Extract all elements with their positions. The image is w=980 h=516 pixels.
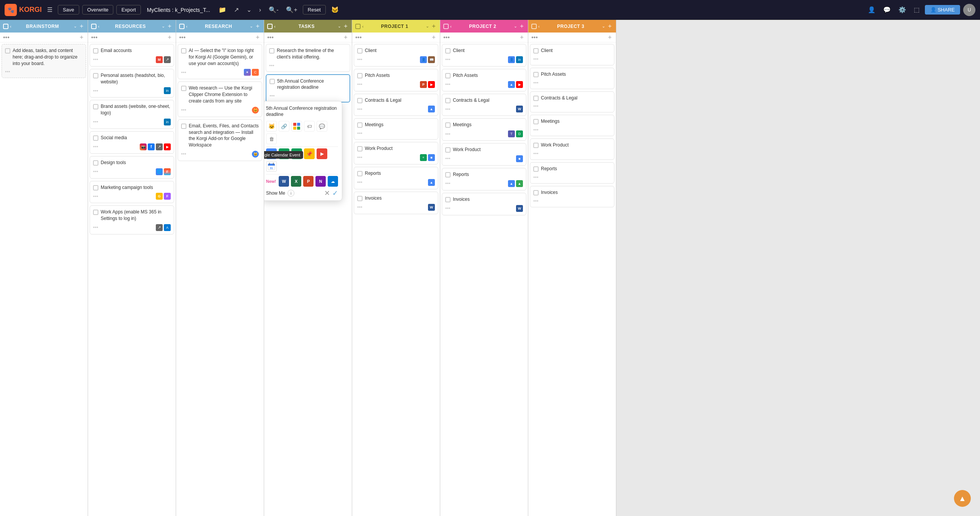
save-button[interactable]: Save [58,5,79,15]
col-add-p2[interactable]: ＋ [519,22,525,30]
card-checkbox[interactable] [357,196,363,201]
card-p1-reports[interactable]: Reports ••• ▲ [354,167,438,189]
card-dots[interactable]: ••• [445,57,451,62]
card-dots[interactable]: ••• [445,205,451,211]
card-dots[interactable]: ••• [357,155,363,160]
overwrite-button[interactable]: Overwrite [82,5,114,15]
card-dots[interactable]: ••• [93,194,98,199]
popup-delete-icon[interactable]: 🗑 [266,133,277,144]
card-checkbox[interactable] [357,73,363,78]
col-add-p3[interactable]: ＋ [607,22,613,30]
col-dropdown-research[interactable]: ⌄ [250,24,253,29]
col-plus-research[interactable]: ＋ [255,33,261,41]
card-dots[interactable]: ••• [93,144,98,150]
col-add-research[interactable]: ＋ [255,22,261,30]
card-checkbox[interactable] [93,48,98,54]
card-checkbox[interactable] [357,122,363,128]
card-social-media[interactable]: Social media ••• 📸 f ↗ ▶ [90,131,174,154]
card-p3-invoices[interactable]: Invoices ••• [530,186,614,207]
popup-colors-icon[interactable] [291,121,302,132]
korgi-mascot-icon[interactable]: 🐱 [329,5,341,15]
card-p2-pitch[interactable]: Pitch Assets ••• ▲ ▶ [442,69,526,91]
card-dots[interactable]: ••• [5,69,10,75]
card-checkbox[interactable] [445,48,451,54]
col-dots-p2[interactable]: ••• [443,34,450,41]
card-research-timeline[interactable]: Research the timeline of the client's in… [266,44,350,72]
col-plus-p3[interactable]: ＋ [607,33,613,41]
col-arrow-left-p1[interactable]: ‹ [362,24,364,29]
card-dots[interactable]: ••• [533,80,539,86]
card-dots[interactable]: ••• [445,156,451,161]
card-p2-client[interactable]: Client ••• 👤 in [442,44,526,67]
card-checkbox[interactable] [533,119,539,124]
popup-onedrive-icon[interactable]: ☁ [328,176,338,187]
card-email-accounts[interactable]: Email accounts ••• M ↗ [90,44,174,67]
card-checkbox[interactable] [533,143,539,148]
col-add-resources[interactable]: ＋ [167,22,173,30]
col-checkbox-research[interactable] [179,24,185,29]
col-checkbox-p2[interactable] [443,24,449,29]
col-dots-resources[interactable]: ••• [91,34,98,41]
card-checkbox[interactable] [93,135,98,141]
popup-label-icon[interactable]: 🏷 [304,121,315,132]
card-dots[interactable]: ••• [181,151,186,157]
hamburger-menu-button[interactable]: ☰ [45,5,55,15]
card-p3-work-product[interactable]: Work Product ••• [530,138,614,160]
card-web-research[interactable]: Web research — Use the Korgi Clipper Chr… [178,81,262,117]
back-to-top-button[interactable]: ▲ [954,490,971,507]
card-p1-client[interactable]: Client ••• 👤 📖 [354,44,438,67]
card-p3-pitch[interactable]: Pitch Assets ••• [530,68,614,89]
col-dropdown-tasks[interactable]: ⌄ [338,24,341,29]
card-p1-contracts[interactable]: Contracts & Legal ••• ▲ [354,94,438,116]
col-dropdown-p3[interactable]: ⌄ [602,24,605,29]
col-dots-p1[interactable]: ••• [355,34,362,41]
chevron-down-icon[interactable]: ⌄ [244,5,254,15]
card-dots[interactable]: ••• [269,63,274,68]
popup-check-button[interactable]: ✓ [332,190,338,197]
card-dots[interactable]: ••• [533,174,539,180]
card-p1-invoices[interactable]: Invoices ••• W [354,192,438,214]
popup-slides-icon[interactable]: ▶ [317,148,327,159]
card-checkbox[interactable] [533,166,539,172]
card-checkbox[interactable] [270,79,275,84]
col-arrow-left-research[interactable]: ‹ [186,24,188,29]
folder-icon[interactable]: 📁 [216,5,229,15]
col-arrow-left-brainstorm[interactable]: ‹ [10,24,11,29]
card-p2-reports[interactable]: Reports ••• ▲ ▲ [442,168,526,190]
col-add-tasks[interactable]: ＋ [343,22,349,30]
card-dots[interactable]: ••• [93,169,98,174]
col-dropdown-resources[interactable]: ⌄ [162,24,165,29]
card-checkbox[interactable] [533,190,539,195]
popup-excel-icon[interactable]: X [291,176,301,187]
card-dots[interactable]: ••• [181,70,186,75]
card-email-events[interactable]: Email, Events, Files, and Contacts searc… [178,119,262,161]
card-checkbox[interactable] [93,73,98,78]
card-dots[interactable]: ••• [93,119,98,125]
card-dots[interactable]: ••• [93,225,98,230]
popup-close-button[interactable]: ✕ [324,190,330,197]
share-button[interactable]: 👤 SHARE [925,5,960,15]
card-p1-work-product[interactable]: Work Product ••• + ■ [354,142,438,164]
popup-keep-icon[interactable]: 📌 [304,148,315,159]
card-checkbox[interactable] [445,197,451,202]
card-dots[interactable]: ••• [93,57,98,62]
chat-icon[interactable]: 💬 [881,5,893,15]
selection-icon[interactable]: ⬚ [911,5,922,15]
card-marketing-tools[interactable]: Marketing campaign tools ••• G F [90,181,174,203]
card-p3-contracts[interactable]: Contracts & Legal ••• [530,91,614,113]
col-plus-brainstorm[interactable]: ＋ [78,33,85,41]
card-checkbox[interactable] [181,124,186,129]
card-checkbox[interactable] [93,210,98,215]
card-checkbox[interactable] [445,98,451,103]
card-p1-pitch[interactable]: Pitch Assets ••• P ▶ [354,69,438,91]
card-dots[interactable]: ••• [533,151,539,156]
card-dots[interactable]: ••• [533,198,539,204]
col-add-p1[interactable]: ＋ [431,22,437,30]
popup-ppt-icon[interactable]: P [303,176,314,187]
card-dots[interactable]: ••• [445,131,451,137]
card-dots[interactable]: ••• [445,106,451,112]
card-checkbox[interactable] [93,160,98,166]
col-checkbox-brainstorm[interactable] [3,24,8,29]
card-dots[interactable]: ••• [357,106,363,112]
card-dots[interactable]: ••• [181,107,186,113]
